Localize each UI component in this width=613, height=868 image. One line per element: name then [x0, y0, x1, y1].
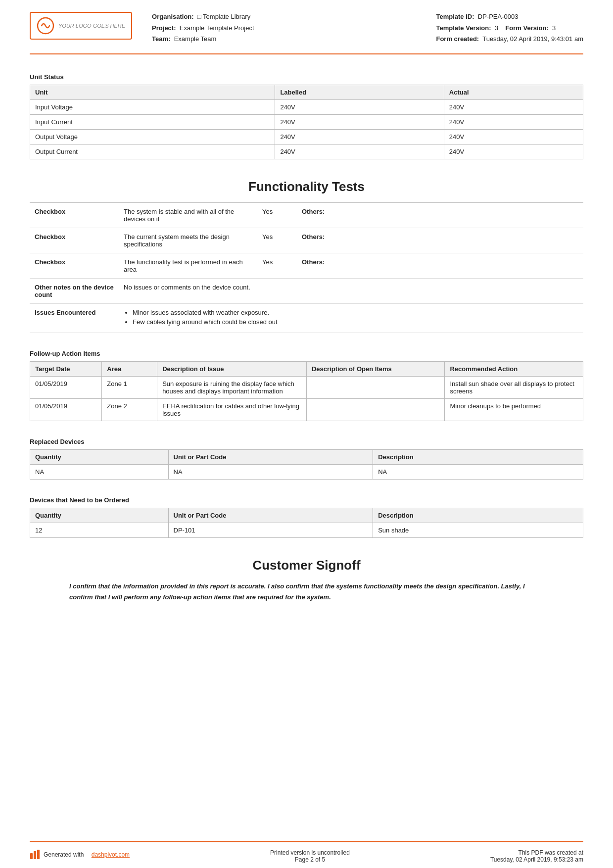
unit-status-row: Output Voltage240V240V: [30, 129, 583, 144]
func-field-desc: The functionality test is performed in e…: [119, 253, 257, 278]
func-test-row: CheckboxThe current system meets the des…: [30, 228, 583, 253]
func-field-desc: No issues or comments on the device coun…: [119, 278, 257, 303]
logo-text: YOUR LOGO GOES HERE: [58, 23, 125, 29]
unit-status-cell-unit: Input Current: [30, 114, 275, 129]
func-test-row: CheckboxThe functionality test is perfor…: [30, 253, 583, 278]
devices-ordered-title: Devices that Need to be Ordered: [30, 496, 583, 504]
issues-encountered-content: Minor issues associated with weather exp…: [119, 303, 583, 333]
team-value: Example Team: [174, 35, 217, 43]
func-field-others: Others:: [297, 228, 583, 253]
logo-icon: [37, 17, 54, 35]
func-field-others: Others:: [297, 202, 583, 228]
func-field-label: Checkbox: [30, 202, 119, 228]
unit-status-cell-actual: 240V: [444, 114, 583, 129]
do-col-1: Unit or Part Code: [168, 508, 373, 523]
issue-bullet: Few cables lying around which could be c…: [133, 318, 578, 326]
logo-box: YOUR LOGO GOES HERE: [30, 12, 132, 40]
svg-rect-2: [34, 851, 36, 859]
func-field-desc: The system is stable and with all of the…: [119, 202, 257, 228]
footer-created-date: Tuesday, 02 April 2019, 9:53:23 am: [490, 856, 583, 863]
issue-bullet: Minor issues associated with weather exp…: [133, 309, 578, 316]
unit-status-cell-labelled: 240V: [275, 114, 444, 129]
functionality-tests-title: Functionality Tests: [30, 179, 583, 194]
followup-col-4: Recommended Action: [445, 361, 583, 376]
devices-ordered-table: Quantity Unit or Part Code Description 1…: [30, 508, 583, 538]
func-field-empty: [257, 278, 583, 303]
replaced-devices-title: Replaced Devices: [30, 438, 583, 445]
template-id-label: Template ID:: [436, 13, 474, 20]
unit-status-cell-actual: 240V: [444, 129, 583, 144]
followup-cell-description: Sun exposure is ruining the display face…: [157, 376, 307, 398]
form-created-label: Form created:: [436, 35, 479, 43]
rd-col-2: Description: [373, 449, 583, 464]
actual-col-header: Actual: [444, 85, 583, 99]
team-label: Team:: [152, 35, 170, 43]
svg-rect-1: [30, 853, 33, 859]
template-id-value: DP-PEA-0003: [478, 13, 519, 20]
unit-col-header: Unit: [30, 85, 275, 99]
followup-col-2: Description of Issue: [157, 361, 307, 376]
replaced-devices-row: NANANA: [30, 464, 583, 479]
footer-created-text: This PDF was created at: [490, 849, 583, 856]
replaced-devices-table: Quantity Unit or Part Code Description N…: [30, 449, 583, 480]
footer: Generated with dashpivot.com Printed ver…: [30, 841, 583, 868]
func-field-value: Yes: [257, 253, 297, 278]
devices-ordered-row: 12DP-101Sun shade: [30, 523, 583, 537]
footer-page: Page 2 of 5: [270, 856, 350, 863]
rd-col-0: Quantity: [30, 449, 169, 464]
unit-status-row: Input Current240V240V: [30, 114, 583, 129]
followup-row: 01/05/2019Zone 2EEHA rectification for c…: [30, 398, 583, 421]
unit-status-cell-labelled: 240V: [275, 144, 444, 159]
func-field-value: Yes: [257, 228, 297, 253]
header: YOUR LOGO GOES HERE Organisation: □ Temp…: [30, 0, 583, 54]
unit-status-table: Unit Labelled Actual Input Voltage240V24…: [30, 85, 583, 159]
unit-status-cell-actual: 240V: [444, 144, 583, 159]
followup-cell-recommended: Install sun shade over all displays to p…: [445, 376, 583, 398]
form-version-value: 3: [552, 24, 556, 32]
project-value: Example Template Project: [180, 24, 254, 32]
unit-status-cell-labelled: 240V: [275, 99, 444, 114]
labelled-col-header: Labelled: [275, 85, 444, 99]
svg-rect-3: [37, 850, 40, 859]
rd-cell-description: NA: [373, 464, 583, 479]
footer-link[interactable]: dashpivot.com: [92, 851, 130, 858]
unit-status-title: Unit Status: [30, 73, 583, 81]
func-field-value: Yes: [257, 202, 297, 228]
form-created-value: Tuesday, 02 April 2019, 9:43:01 am: [482, 35, 583, 43]
do-cell-part_code: DP-101: [168, 523, 373, 537]
followup-cell-recommended: Minor cleanups to be performed: [445, 398, 583, 421]
issues-encountered-row: Issues EncounteredMinor issues associate…: [30, 303, 583, 333]
do-col-0: Quantity: [30, 508, 169, 523]
template-version-value: 3: [495, 24, 498, 32]
followup-col-3: Description of Open Items: [306, 361, 445, 376]
followup-table: Target Date Area Description of Issue De…: [30, 361, 583, 421]
followup-cell-target_date: 01/05/2019: [30, 376, 102, 398]
followup-cell-open_items: [306, 376, 445, 398]
followup-row: 01/05/2019Zone 1Sun exposure is ruining …: [30, 376, 583, 398]
followup-cell-open_items: [306, 398, 445, 421]
followup-cell-area: Zone 1: [102, 376, 157, 398]
unit-status-cell-unit: Input Voltage: [30, 99, 275, 114]
footer-center: Printed version is uncontrolled Page 2 o…: [270, 849, 350, 863]
func-field-label: Other notes on the device count: [30, 278, 119, 303]
rd-cell-part_code: NA: [168, 464, 373, 479]
followup-col-1: Area: [102, 361, 157, 376]
organisation-label: Organisation:: [152, 13, 194, 20]
rd-col-1: Unit or Part Code: [168, 449, 373, 464]
header-right: Template ID: DP-PEA-0003 Template Versio…: [436, 12, 583, 46]
func-field-label: Checkbox: [30, 253, 119, 278]
unit-status-cell-actual: 240V: [444, 99, 583, 114]
followup-cell-target_date: 01/05/2019: [30, 398, 102, 421]
customer-signoff-title: Customer Signoff: [30, 558, 583, 573]
form-version-label: Form Version:: [505, 24, 548, 32]
do-col-2: Description: [373, 508, 583, 523]
functionality-tests-table: CheckboxThe system is stable and with al…: [30, 202, 583, 333]
rd-cell-quantity: NA: [30, 464, 169, 479]
footer-left: Generated with dashpivot.com: [30, 849, 130, 860]
project-label: Project:: [152, 24, 176, 32]
signoff-text: I confirm that the information provided …: [69, 581, 544, 603]
unit-status-cell-unit: Output Current: [30, 144, 275, 159]
unit-status-cell-unit: Output Voltage: [30, 129, 275, 144]
issues-encountered-label: Issues Encountered: [30, 303, 119, 333]
followup-cell-description: EEHA rectification for cables and other …: [157, 398, 307, 421]
